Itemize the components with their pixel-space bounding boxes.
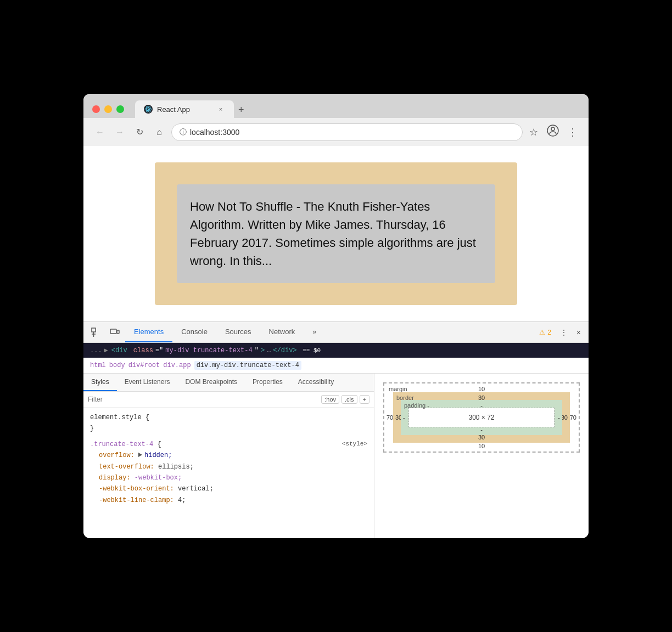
devtools-toolbar: Elements Console Sources Network » ⚠ 2 ⋮… [83,322,589,343]
tab-elements[interactable]: Elements [125,322,172,342]
dom-close-tag: </div> [273,347,296,354]
article-card: How Not To Shuffle - The Knuth Fisher-Ya… [177,184,495,283]
style-selector-truncate: .truncate-text-4 { <style> [90,439,367,450]
warning-badge[interactable]: ⚠ 2 [536,328,555,337]
menu-button[interactable]: ⋮ [565,124,580,140]
element-inspector-button[interactable] [88,323,104,342]
margin-label: margin [389,386,407,392]
minimize-button[interactable] [104,105,112,113]
add-style-button[interactable]: + [360,395,369,404]
dom-breadcrumb: ... ▶ <div class =" my-div truncate-text… [83,343,589,358]
close-button[interactable] [92,105,100,113]
triangle-icon [138,453,143,457]
styles-tab-properties[interactable]: Properties [245,374,290,391]
breadcrumb-app[interactable]: div.app [163,362,191,369]
dom-tag-end: > [261,347,265,354]
dom-equals-marker: == $0 [299,347,321,354]
prop-value-overflow: hidden; [138,452,172,459]
margin-right-value: 70 [570,414,576,421]
bookmark-button[interactable]: ☆ [527,124,540,140]
address-text: localhost:3000 [190,128,514,137]
margin-bottom-value: 10 [478,443,485,449]
window-controls [92,105,124,113]
style-prop-display: display: -webkit-box; [90,472,367,483]
profile-button[interactable] [545,122,561,142]
dom-equals: =" [155,347,163,354]
prop-value-webkit-line-clamp: 4; [178,496,186,504]
tab-label: React App [157,105,190,114]
style-selector-element-close: } [90,423,367,434]
padding-left-value: - [403,414,405,421]
box-model-panel: margin 10 10 70 70 border 30 30 30 30 [374,374,589,538]
box-content: 300 × 72 [408,408,555,427]
styles-tab-styles[interactable]: Styles [83,374,117,391]
padding-bottom-value: - [480,426,483,433]
padding-right-value: - [558,414,560,421]
info-icon: ⓘ [180,127,187,137]
breadcrumb-html[interactable]: html [90,362,106,369]
tab-network[interactable]: Network [260,322,304,342]
prop-name-webkit-line-clamp: -webkit-line-clamp: [99,496,174,504]
tab-close-button[interactable]: × [216,105,225,114]
prop-name-overflow: overflow: [99,452,135,459]
style-prop-overflow: overflow: hidden; [90,450,367,461]
box-model: margin 10 10 70 70 border 30 30 30 30 [383,382,580,453]
styles-tab-event-listeners[interactable]: Event Listeners [117,374,178,391]
maximize-button[interactable] [116,105,124,113]
warning-icon: ⚠ [539,329,545,336]
title-bar: React App × + [83,94,589,118]
breadcrumb-root[interactable]: div#root [128,362,160,369]
active-tab[interactable]: React App × [135,100,234,118]
devtools-tabs: Elements Console Sources Network » [125,322,534,342]
dom-ellipsis: ... [90,347,102,354]
styles-panel: Styles Event Listeners DOM Breakpoints P… [83,374,374,538]
webpage-content: How Not To Shuffle - The Knuth Fisher-Ya… [155,162,517,305]
tab-favicon [144,105,153,114]
breadcrumb-body[interactable]: body [109,362,125,369]
dom-attr-val: my-div truncate-text-4 [165,347,252,354]
svg-rect-11 [117,330,119,334]
cls-button[interactable]: .cls [341,395,357,404]
filter-input[interactable] [88,396,317,403]
svg-point-6 [551,127,555,131]
tab-console[interactable]: Console [172,322,216,342]
style-selector-element: element.style { [90,412,367,423]
device-icon [110,328,120,337]
home-button[interactable]: ⌂ [152,125,167,140]
device-toggle-button[interactable] [107,323,123,342]
warning-count: 2 [547,329,551,336]
devtools-close-button[interactable]: × [573,324,584,341]
svg-rect-10 [110,329,116,334]
refresh-button[interactable]: ↻ [132,125,147,140]
devtools-panels: Styles Event Listeners DOM Breakpoints P… [83,374,589,538]
content-size: 300 × 72 [468,414,494,421]
forward-button[interactable]: → [112,125,127,140]
back-button[interactable]: ← [92,125,108,140]
margin-left-value: 70 [387,414,393,421]
new-tab-button[interactable]: + [234,102,249,118]
margin-top-value: 10 [478,386,485,392]
styles-tab-dom-breakpoints[interactable]: DOM Breakpoints [177,374,245,391]
filter-actions: :hov .cls + [321,395,369,404]
styles-tab-accessibility[interactable]: Accessibility [290,374,341,391]
inspector-icon [91,328,101,337]
breadcrumb-selected[interactable]: div.my-div.truncate-text-4 [194,361,301,370]
hov-button[interactable]: :hov [321,395,339,404]
address-bar[interactable]: ⓘ localhost:3000 [171,123,523,141]
devtools-menu-button[interactable]: ⋮ [557,324,571,341]
svg-rect-7 [92,328,96,332]
prop-value-text-overflow: ellipsis; [158,463,194,471]
more-tabs-button[interactable]: » [304,322,325,342]
tab-sources[interactable]: Sources [216,322,260,342]
style-prop-webkit-box-orient: -webkit-box-orient: vertical; [90,483,367,494]
element-breadcrumb: html body div#root div.app div.my-div.tr… [83,358,589,374]
prop-name-text-overflow: text-overflow: [99,463,154,471]
svg-point-4 [148,109,149,110]
style-block-element: element.style { } [90,412,367,435]
box-padding: padding - - - - - 300 × 72 [401,400,562,435]
dom-quote-end: " [255,347,259,354]
profile-icon [547,125,559,137]
tab-area: React App × + [135,100,580,118]
devtools-actions: ⚠ 2 ⋮ × [536,324,584,341]
dom-content: … [267,347,271,354]
